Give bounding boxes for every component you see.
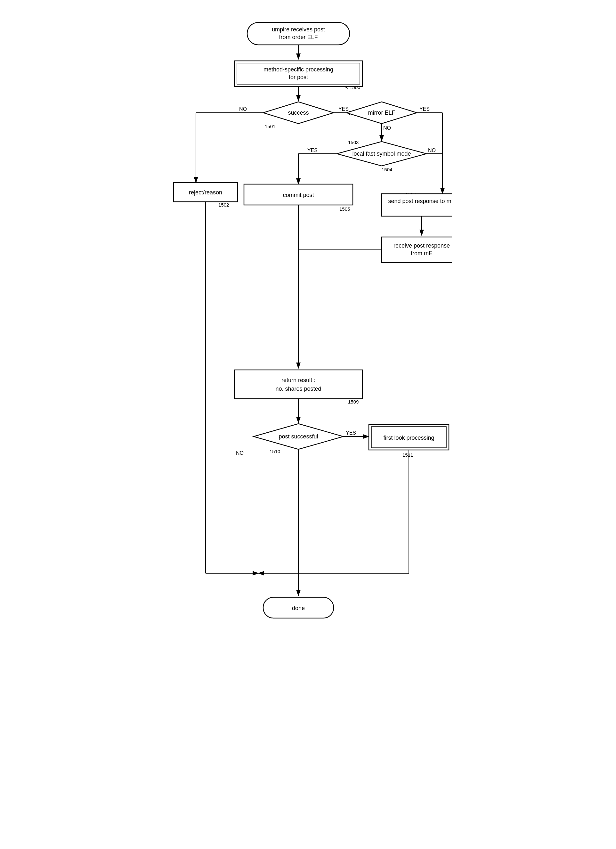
- yes-success: YES: [338, 106, 349, 112]
- ref-1501: 1501: [265, 124, 275, 129]
- send-post-response-label1: send post response to mE: [388, 198, 452, 204]
- diagram-container: umpire receives post from order ELF meth…: [164, 13, 452, 847]
- done-label: done: [292, 605, 305, 611]
- no-success: NO: [239, 106, 247, 112]
- ref-1502: 1502: [218, 202, 229, 207]
- ref-1504: 1504: [382, 167, 392, 172]
- no-postsuccessful: NO: [236, 450, 244, 456]
- return-result-label2: no. shares posted: [275, 386, 321, 392]
- method-processing-label1: method-specific processing: [263, 66, 333, 73]
- mirror-elf-label: mirror ELF: [368, 110, 396, 116]
- method-processing-label2: for post: [289, 74, 308, 80]
- svg-rect-22: [382, 194, 452, 216]
- svg-rect-28: [234, 370, 362, 399]
- return-result-label1: return result :: [281, 377, 315, 383]
- post-successful-label: post successful: [278, 433, 318, 440]
- yes-postsuccessful: YES: [346, 430, 356, 436]
- ref-1500: 1500: [350, 85, 360, 90]
- yes-mirror: YES: [420, 106, 430, 112]
- local-fast-label: local fast symbol mode: [352, 150, 411, 157]
- start-label-line1: umpire receives post: [272, 26, 325, 33]
- ref-1503: 1503: [348, 140, 359, 145]
- receive-post-response-label2: from mE: [411, 250, 433, 256]
- yes-localfast: YES: [307, 147, 318, 153]
- no-mirror: NO: [383, 125, 391, 131]
- success-label: success: [288, 110, 309, 116]
- ref-1505: 1505: [339, 206, 350, 212]
- ref-1510: 1510: [269, 449, 280, 454]
- receive-post-response-label1: receive post response: [393, 243, 450, 249]
- svg-rect-24: [382, 237, 452, 263]
- ref-1511: 1511: [402, 452, 413, 458]
- commit-post-label: commit post: [283, 192, 314, 198]
- ref-1509: 1509: [348, 399, 359, 405]
- first-look-label: first look processing: [383, 435, 434, 441]
- svg-rect-1: [247, 22, 350, 45]
- start-label-line2: from order ELF: [279, 34, 318, 40]
- reject-reason-label: reject/reason: [189, 189, 222, 196]
- no-localfast: NO: [428, 147, 436, 153]
